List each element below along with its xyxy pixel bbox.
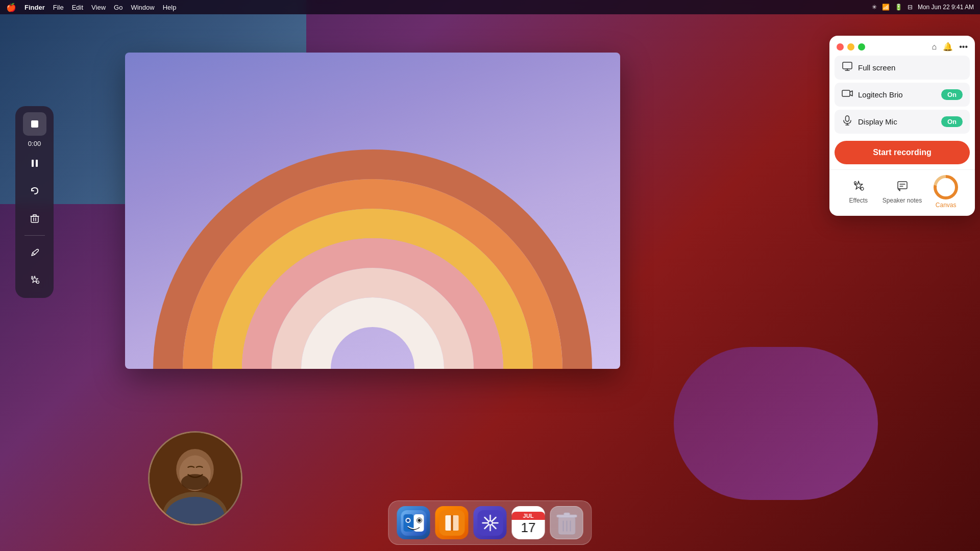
menubar-right: ✳ 📶 🔋 ⊟ Mon Jun 22 9:41 AM	[872, 4, 974, 11]
menu-items: File Edit View Go Window Help	[53, 4, 177, 11]
speaker-notes-button[interactable]: Speaker notes	[880, 180, 924, 204]
menubar-left: 🍎 Finder File Edit View Go Window Help	[6, 3, 176, 12]
svg-rect-27	[445, 515, 451, 531]
speaker-notes-icon	[896, 180, 909, 195]
menu-help[interactable]: Help	[163, 4, 177, 11]
close-button[interactable]	[837, 43, 844, 51]
svg-point-25	[418, 519, 421, 522]
menu-edit[interactable]: Edit	[72, 4, 83, 11]
timer-display: 0:00	[28, 140, 41, 147]
datetime: Mon Jun 22 9:41 AM	[918, 4, 974, 11]
calendar-month: JUL	[512, 512, 545, 520]
calendar-date-display: JUL 17	[512, 506, 545, 539]
canvas-button[interactable]: Canvas	[924, 175, 968, 209]
presentation-slide	[125, 53, 620, 369]
menu-view[interactable]: View	[91, 4, 106, 11]
apple-menu[interactable]: 🍎	[6, 3, 16, 12]
svg-rect-10	[31, 216, 38, 222]
dock-app-books[interactable]	[435, 506, 469, 539]
display-mic-label: Display Mic	[858, 117, 897, 126]
svg-rect-7	[31, 120, 38, 128]
svg-point-22	[406, 519, 409, 522]
svg-point-12	[31, 277, 33, 278]
dock: JUL 17	[388, 500, 592, 545]
full-screen-left: Full screen	[842, 61, 895, 74]
speaker-notes-label: Speaker notes	[883, 197, 922, 204]
minimize-button[interactable]	[847, 43, 854, 51]
stop-button[interactable]	[23, 112, 46, 136]
pause-button[interactable]	[23, 152, 46, 175]
svg-rect-13	[843, 62, 852, 69]
home-icon[interactable]: ⌂	[932, 42, 937, 52]
effects-icon	[852, 180, 865, 195]
svg-rect-20	[403, 514, 413, 532]
svg-rect-15	[846, 116, 849, 121]
mic-icon	[842, 115, 853, 129]
display-mic-toggle[interactable]: On	[941, 116, 963, 127]
display-mic-left: Display Mic	[842, 115, 897, 129]
camera-icon	[842, 88, 853, 102]
svg-rect-9	[36, 160, 38, 167]
full-screen-item[interactable]: Full screen	[835, 56, 970, 80]
wifi-icon: 📶	[882, 4, 890, 11]
calendar-day: 17	[521, 521, 536, 534]
logitech-brio-item[interactable]: Logitech Brio On	[835, 83, 970, 107]
monitor-icon	[842, 61, 853, 74]
logitech-toggle[interactable]: On	[941, 89, 963, 100]
camera-feed	[148, 431, 242, 525]
svg-rect-33	[564, 513, 570, 515]
svg-rect-14	[842, 90, 850, 96]
effects-toolbar-button[interactable]	[23, 268, 46, 292]
panel-bottom-actions: Effects Speaker notes	[829, 169, 975, 216]
window-controls	[837, 43, 865, 51]
toolbar-divider	[24, 235, 45, 236]
start-recording-button[interactable]: Start recording	[835, 141, 970, 164]
menu-file[interactable]: File	[53, 4, 64, 11]
dock-app-finder[interactable]	[397, 506, 430, 539]
left-toolbar: 0:00	[15, 106, 54, 298]
panel-titlebar: ⌂ 🔔 •••	[829, 36, 975, 56]
battery-icon: 🔋	[895, 4, 902, 11]
draw-button[interactable]	[23, 241, 46, 264]
bell-icon[interactable]: 🔔	[943, 42, 953, 52]
svg-point-30	[488, 521, 492, 525]
recording-panel: ⌂ 🔔 ••• Full screen	[829, 36, 975, 216]
more-icon[interactable]: •••	[959, 42, 968, 52]
dock-app-notchka[interactable]	[474, 506, 507, 539]
menu-go[interactable]: Go	[114, 4, 122, 11]
menubar: 🍎 Finder File Edit View Go Window Help ✳…	[0, 0, 980, 14]
svg-point-17	[854, 182, 856, 184]
menu-window[interactable]: Window	[131, 4, 154, 11]
logitech-left: Logitech Brio	[842, 88, 903, 102]
maximize-button[interactable]	[858, 43, 865, 51]
logitech-label: Logitech Brio	[858, 90, 903, 99]
full-screen-label: Full screen	[858, 63, 895, 72]
camera-person-image	[150, 433, 241, 524]
desktop: 🍎 Finder File Edit View Go Window Help ✳…	[0, 0, 980, 551]
effects-label: Effects	[849, 197, 868, 204]
svg-rect-18	[898, 182, 907, 189]
effects-button[interactable]: Effects	[837, 180, 880, 204]
undo-button[interactable]	[23, 179, 46, 203]
svg-rect-8	[32, 160, 34, 167]
app-name[interactable]: Finder	[24, 4, 45, 11]
display-mic-item[interactable]: Display Mic On	[835, 110, 970, 134]
svg-point-5	[181, 474, 209, 490]
panel-header-actions: ⌂ 🔔 •••	[932, 42, 968, 52]
svg-rect-28	[452, 515, 458, 531]
main-content: 0:00	[0, 14, 980, 551]
canvas-label: Canvas	[936, 202, 957, 209]
controlcenter-icon[interactable]: ⊟	[908, 4, 913, 11]
canvas-circle-inner	[937, 178, 955, 196]
dock-app-calendar[interactable]: JUL 17	[512, 506, 545, 539]
dock-app-trash[interactable]	[550, 506, 583, 539]
rainbow-graphic	[143, 63, 602, 369]
canvas-circle	[934, 175, 958, 199]
delete-button[interactable]	[23, 207, 46, 230]
system-icon-notchka: ✳	[872, 4, 877, 11]
